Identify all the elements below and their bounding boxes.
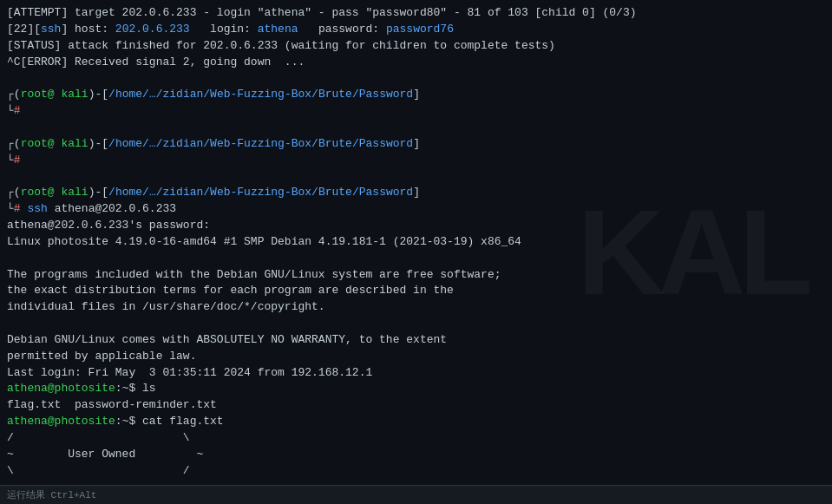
bottom-text: 运行结果 Ctrl+Alt (7, 488, 96, 501)
line-error: ^C[ERROR] Received signal 2, going down … (7, 55, 825, 71)
prompt-line-1: ┌(root@ kali)-[/home/…/zidian/Web-Fuzzin… (7, 87, 825, 103)
line-debian1: Debian GNU/Linux comes with ABSOLUTELY N… (7, 332, 825, 349)
line-programs1: The programs included with the Debian GN… (7, 267, 825, 284)
bottom-bar: 运行结果 Ctrl+Alt (0, 485, 832, 504)
line-debian2: permitted by applicable law. (7, 349, 825, 365)
host-ip: 202.0.6.233 (115, 23, 190, 36)
line-linux-info: Linux photosite 4.19.0-16-amd64 #1 SMP D… (7, 234, 825, 251)
line-lastlogin: Last login: Fri May 3 01:35:11 2024 from… (7, 365, 825, 382)
remote-prompt-ls: athena@photosite:~$ ls (7, 381, 825, 397)
prompt-line-2: ┌(root@ kali)-[/home/…/zidian/Web-Fuzzin… (7, 136, 825, 153)
line-status: [STATUS] attack finished for 202.0.6.233… (7, 38, 825, 55)
flag-art-1: / \ (7, 430, 825, 447)
login-user: athena (258, 23, 298, 36)
ls-output: flag.txt password-reminder.txt (7, 397, 825, 414)
flag-art-2: ~ User Owned ~ (7, 447, 825, 463)
terminal: KAL [ATTEMPT] target 202.0.6.233 - login… (0, 0, 832, 504)
line-empty-1 (7, 70, 825, 87)
login-pass: password76 (386, 23, 454, 36)
remote-prompt-cat: athena@photosite:~$ cat flag.txt (7, 414, 825, 430)
flag-art-3: \ / (7, 463, 825, 480)
line-programs3: individual files in /usr/share/doc/*/cop… (7, 299, 825, 316)
line-programs2: the exact distribution terms for each pr… (7, 283, 825, 299)
prompt-cmd-ssh: └# ssh athena@202.0.6.233 (7, 201, 825, 218)
line-empty-3 (7, 168, 825, 185)
line-attempt: [ATTEMPT] target 202.0.6.233 - login "at… (7, 5, 825, 22)
line-ssh-success: [22][ssh] host: 202.0.6.233 login: athen… (7, 22, 825, 38)
ssh-label: ssh (41, 23, 61, 36)
line-empty-2 (7, 120, 825, 136)
line-empty-5 (7, 316, 825, 332)
prompt-line-3: ┌(root@ kali)-[/home/…/zidian/Web-Fuzzin… (7, 185, 825, 201)
line-empty-4 (7, 251, 825, 267)
prompt-hash-1: └# (7, 103, 825, 120)
line-password-prompt: athena@202.0.6.233's password: (7, 218, 825, 234)
prompt-hash-2: └# (7, 153, 825, 169)
